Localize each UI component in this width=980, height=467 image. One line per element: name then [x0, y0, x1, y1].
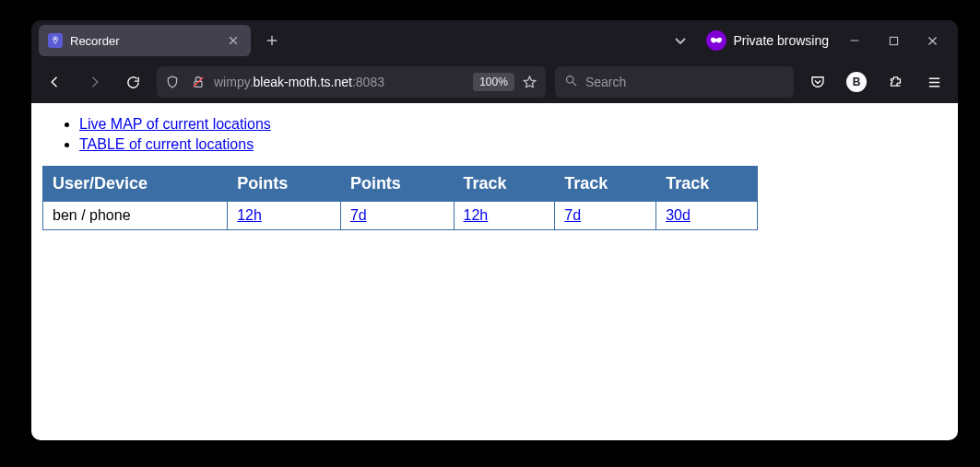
top-links-list: Live MAP of current locations TABLE of c…: [42, 116, 947, 153]
svg-point-0: [54, 39, 56, 41]
window-close-icon[interactable]: [919, 28, 945, 53]
table-locations-link[interactable]: TABLE of current locations: [79, 136, 254, 152]
col-header: Points: [340, 167, 454, 202]
list-item: Live MAP of current locations: [79, 116, 947, 133]
track-12h-link[interactable]: 12h: [464, 207, 489, 223]
col-header: Track: [555, 167, 656, 202]
private-browsing-label: Private browsing: [734, 33, 830, 48]
private-mask-icon: [706, 30, 726, 51]
reload-button[interactable]: [118, 67, 148, 97]
track-7d-link[interactable]: 7d: [564, 207, 581, 223]
svg-rect-1: [890, 37, 897, 44]
bookmark-star-icon[interactable]: [520, 75, 540, 90]
tabs-dropdown-icon[interactable]: [667, 28, 693, 53]
col-header: Track: [454, 167, 555, 202]
col-header: Track: [656, 167, 758, 202]
tab-title: Recorder: [70, 34, 218, 48]
new-tab-button[interactable]: [258, 27, 286, 54]
window-maximize-icon[interactable]: [880, 28, 906, 53]
tab-bar: Recorder Private browsing: [31, 20, 958, 61]
menu-icon[interactable]: [919, 67, 949, 97]
private-browsing-indicator: Private browsing: [706, 30, 830, 51]
list-item: TABLE of current locations: [79, 136, 947, 153]
points-7d-link[interactable]: 7d: [350, 207, 367, 223]
tab-recorder[interactable]: Recorder: [39, 25, 251, 56]
col-header: User/Device: [43, 167, 228, 202]
track-30d-link[interactable]: 30d: [666, 207, 691, 223]
page-viewport: Live MAP of current locations TABLE of c…: [31, 103, 958, 440]
tab-close-icon[interactable]: [225, 32, 242, 49]
tab-favicon-icon: [48, 33, 63, 48]
browser-window: Recorder Private browsing: [31, 20, 958, 440]
window-minimize-icon[interactable]: [842, 28, 868, 53]
nav-toolbar: wimpy.bleak-moth.ts.net:8083 100% Search…: [31, 61, 958, 103]
points-12h-link[interactable]: 12h: [237, 207, 262, 223]
col-header: Points: [228, 167, 341, 202]
back-button[interactable]: [41, 67, 70, 97]
forward-button: [79, 67, 109, 97]
search-icon: [564, 74, 578, 90]
shield-icon[interactable]: [162, 75, 183, 89]
live-map-link[interactable]: Live MAP of current locations: [79, 116, 271, 132]
lock-insecure-icon[interactable]: [188, 75, 208, 89]
svg-point-3: [566, 76, 573, 84]
pocket-icon[interactable]: [803, 67, 832, 97]
table-row: ben / phone 12h 7d 12h 7d 30d: [43, 202, 758, 230]
search-bar[interactable]: Search: [555, 66, 794, 98]
search-placeholder: Search: [585, 75, 626, 89]
extensions-icon[interactable]: [880, 67, 910, 97]
url-bar[interactable]: wimpy.bleak-moth.ts.net:8083 100%: [157, 66, 546, 98]
zoom-badge[interactable]: 100%: [473, 73, 514, 91]
devices-table: User/Device Points Points Track Track Tr…: [42, 166, 758, 230]
account-badge[interactable]: B: [842, 67, 871, 97]
device-label: ben / phone: [43, 202, 228, 230]
url-text: wimpy.bleak-moth.ts.net:8083: [214, 75, 467, 89]
